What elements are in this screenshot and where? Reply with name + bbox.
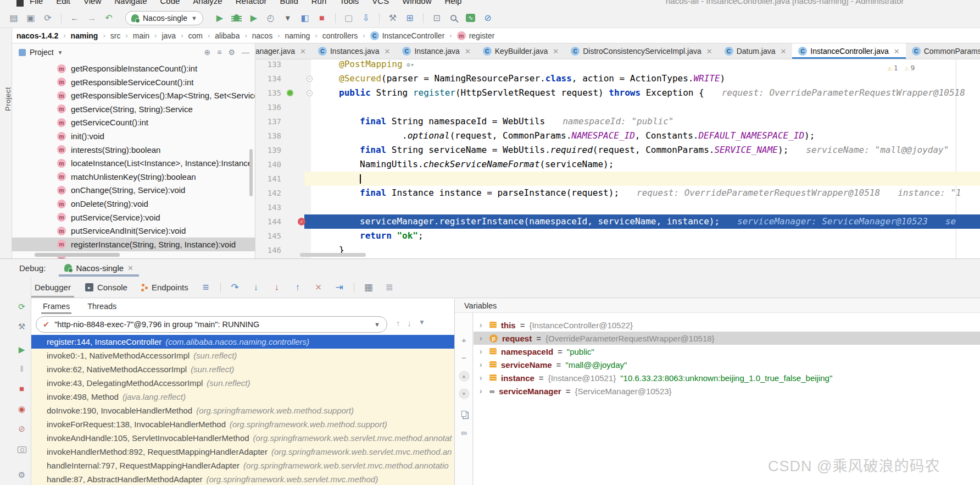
line-number[interactable]: 138 xyxy=(259,129,281,143)
maven-download-icon[interactable]: ⇩ xyxy=(360,12,372,24)
undo-icon[interactable]: ↶ xyxy=(103,12,115,24)
menu-window[interactable]: Window xyxy=(402,0,431,8)
stop-debug-icon[interactable]: ■ xyxy=(12,382,31,395)
settings-icon[interactable]: ⚙ xyxy=(228,48,235,57)
close-icon[interactable]: ✕ xyxy=(127,264,133,272)
method-marker-icon[interactable] xyxy=(287,90,293,96)
hamburger-menu-icon[interactable]: ≡ xyxy=(199,281,213,294)
breadcrumb-item-java[interactable]: java xyxy=(162,31,176,40)
attach-debugger-icon[interactable]: ◧ xyxy=(299,12,311,24)
menu-build[interactable]: Build xyxy=(280,0,298,8)
editor-horizontal-scrollbar[interactable] xyxy=(300,253,366,257)
tab-Datum.java[interactable]: CDatum.java✕ xyxy=(719,43,793,59)
close-icon[interactable]: ✕ xyxy=(553,47,559,56)
next-frame-icon[interactable]: ↓ xyxy=(408,318,412,328)
code-line-137[interactable]: 137final String namespaceId = WebUtilsna… xyxy=(256,114,980,129)
code-line-133[interactable]: 133@PostMapping ⊕▾ xyxy=(256,59,980,71)
debug-settings-icon[interactable]: ⚙ xyxy=(12,469,31,482)
show-watches-icon[interactable]: ∞ xyxy=(455,426,473,438)
wrench-icon[interactable]: ⚒ xyxy=(387,12,399,24)
code-line-145[interactable]: 145return "ok"; xyxy=(256,229,980,243)
stack-frame[interactable]: register:144, InstanceController(com.ali… xyxy=(31,335,454,349)
inspections-off-icon[interactable]: ⊘ xyxy=(482,12,494,24)
stack-frame[interactable]: doInvoke:190, InvocableHandlerMethod(org… xyxy=(31,404,454,417)
menu-refactor[interactable]: Refactor xyxy=(236,0,267,8)
breadcrumb-item-InstanceController[interactable]: CInstanceController xyxy=(370,31,445,40)
tab-CommonParams.java[interactable]: CCommonParams.java✕ xyxy=(906,43,980,59)
variable-row[interactable]: ›namespaceId="public" xyxy=(474,345,980,358)
code-line-142[interactable]: 142final Instance instance = parseInstan… xyxy=(256,186,980,200)
code-line-143[interactable]: 143 xyxy=(256,200,980,214)
chevron-down-icon[interactable]: ▼ xyxy=(58,49,63,56)
line-number[interactable]: 136 xyxy=(259,100,281,114)
pause-icon[interactable]: ‖ xyxy=(12,362,31,375)
scratch-file-icon[interactable]: ▢ xyxy=(343,12,355,24)
warning-badge[interactable]: ⚠1 xyxy=(888,64,898,72)
chevron-right-icon[interactable]: › xyxy=(480,334,485,343)
step-out-icon[interactable]: ↑ xyxy=(291,281,304,294)
breakpoint-icon[interactable]: ✓ xyxy=(298,218,305,225)
thread-dump-icon[interactable] xyxy=(12,443,31,456)
profiler-monitor-icon[interactable]: ∿ xyxy=(465,12,477,24)
tab-Manager.java[interactable]: CManager.java✕ xyxy=(256,43,312,59)
line-number[interactable]: 135 xyxy=(259,86,281,100)
code-line-140[interactable]: 140NamingUtils.checkServiceNameFormat(se… xyxy=(256,157,980,172)
tab-DistroConsistencyServiceImpl.java[interactable]: CDistroConsistencyServiceImpl.java✕ xyxy=(565,43,718,59)
step-over-icon[interactable]: ↷ xyxy=(229,281,242,294)
close-icon[interactable]: ✕ xyxy=(780,47,786,56)
tree-item[interactable]: minit():void xyxy=(12,129,255,143)
code-line-134[interactable]: 134−@Secured(parser = NamingResourcePars… xyxy=(256,71,980,86)
run-icon[interactable]: ▶ xyxy=(214,12,226,24)
debug-session-tab[interactable]: Nacos-single ✕ xyxy=(61,259,137,277)
evaluate-expression-icon[interactable]: ▦ xyxy=(362,281,375,294)
code-line-138[interactable]: 138.optional(request, CommonParams.NAMES… xyxy=(256,129,980,143)
breadcrumb-item-naming[interactable]: naming xyxy=(71,31,98,40)
tree-item[interactable]: mregisterInstance(String, String, Instan… xyxy=(12,238,255,251)
line-number[interactable]: 133 xyxy=(259,59,281,71)
chevron-right-icon[interactable]: › xyxy=(480,373,485,382)
code-editor[interactable]: 133@PostMapping ⊕▾134−@Secured(parser = … xyxy=(256,59,980,258)
debug-tab-debugger[interactable]: Debugger xyxy=(31,277,74,297)
line-number[interactable]: 143 xyxy=(259,200,281,214)
search-everywhere-icon[interactable] xyxy=(448,12,460,24)
code-line-144[interactable]: 144✓serviceManager.registerInstance(name… xyxy=(256,214,980,229)
tab-InstanceController.java[interactable]: CInstanceController.java✕ xyxy=(792,43,905,59)
thread-selector[interactable]: ✔ "http-nio-8848-exec-7"@9,796 in group … xyxy=(36,316,387,333)
code-line-135[interactable]: 135−public String register(HttpServletRe… xyxy=(256,86,980,100)
stack-frame[interactable]: handleInternal:797, RequestMappingHandle… xyxy=(31,459,454,472)
tab-frames[interactable]: Frames xyxy=(41,299,71,314)
menu-tools[interactable]: Tools xyxy=(339,0,359,8)
filter-frames-icon[interactable]: ▼ xyxy=(419,318,425,328)
step-into-icon[interactable]: ↓ xyxy=(249,281,263,294)
resume-icon[interactable]: ▶ xyxy=(12,343,31,356)
back-icon[interactable]: ← xyxy=(69,12,81,24)
profiler-dropdown-icon[interactable]: ▾ xyxy=(282,12,294,24)
fold-icon[interactable]: − xyxy=(307,90,313,96)
breadcrumb-item-main[interactable]: main xyxy=(133,31,149,40)
debug-tab-console[interactable]: ▸Console xyxy=(82,277,131,297)
terminal-icon[interactable]: ⊡ xyxy=(431,12,443,24)
stack-frame[interactable]: invoke:498, Method(java.lang.reflect) xyxy=(31,390,454,404)
line-number[interactable]: 141 xyxy=(259,172,281,186)
line-number[interactable]: 142 xyxy=(259,186,281,200)
code-line-141[interactable]: 141 xyxy=(256,172,980,186)
tree-item[interactable]: monChange(String, Service):void xyxy=(12,183,255,197)
scroll-up-icon[interactable]: ▲ xyxy=(455,370,473,382)
line-number[interactable]: 137 xyxy=(259,114,281,129)
locate-file-icon[interactable]: ⊕ xyxy=(204,48,211,57)
copy-value-icon[interactable] xyxy=(455,407,473,420)
breadcrumb-item-alibaba[interactable]: alibaba xyxy=(215,31,240,40)
project-structure-icon[interactable]: ⊞ xyxy=(404,12,416,24)
warning-badge[interactable]: ⚠9 xyxy=(905,64,915,72)
edit-config-icon[interactable]: ⚒ xyxy=(12,320,31,333)
tab-threads[interactable]: Threads xyxy=(86,299,118,314)
debug-icon[interactable] xyxy=(231,12,243,24)
variable-row[interactable]: ›instance={Instance@10521}"10.6.33.23:80… xyxy=(474,371,980,384)
scroll-down-icon[interactable]: ▼ xyxy=(455,388,473,400)
close-icon[interactable]: ✕ xyxy=(894,47,900,56)
run-to-cursor-icon[interactable]: ⇥ xyxy=(333,281,346,294)
menu-help[interactable]: Help xyxy=(445,0,462,8)
stack-frame[interactable]: handle:87, AbstractHandlerMethodAdapter(… xyxy=(31,472,454,485)
code-line-136[interactable]: 136 xyxy=(256,100,980,114)
tree-item[interactable]: mgetResponsibleServiceCount():int xyxy=(12,75,255,89)
